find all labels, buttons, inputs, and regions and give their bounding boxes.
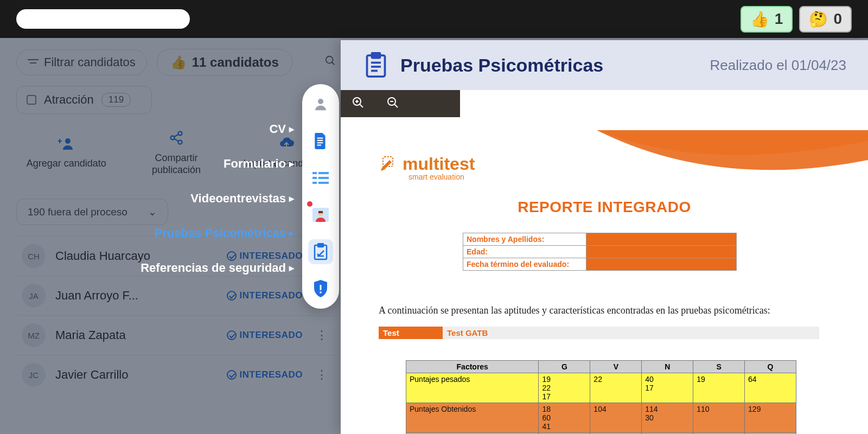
chevron-right-icon: ▸ (289, 262, 294, 274)
svg-rect-20 (318, 182, 329, 184)
pencil-icon (379, 155, 398, 174)
thumbs-up-icon: 👍 (750, 10, 769, 28)
svg-rect-12 (317, 140, 323, 141)
vmenu-labels: CV▸ Formulario▸ Videoentrevistas▸ Prueba… (125, 122, 294, 275)
gatb-table: Factores G V N S Q Puntajes pesados19 22… (406, 360, 796, 434)
chevron-right-icon: ▸ (289, 193, 294, 205)
svg-rect-13 (317, 142, 323, 143)
svg-rect-17 (312, 177, 317, 179)
report-heading: REPORTE INTEGRADO (341, 199, 868, 216)
vmenu-item-formulario[interactable]: Formulario▸ (125, 157, 294, 171)
svg-rect-18 (318, 177, 329, 179)
document-icon[interactable] (308, 129, 333, 154)
test-row: Test Test GATB (379, 327, 819, 339)
report-header: Pruebas Psicométricas Realizado el 01/04… (341, 40, 868, 90)
logo: multitest smart evaluation (379, 154, 475, 174)
vmenu-item-referencias[interactable]: Referencias de seguridad▸ (125, 261, 294, 275)
top-right: 👍 1 🤔 0 (741, 6, 852, 33)
vmenu (302, 84, 339, 309)
clipboard-check-icon[interactable] (308, 239, 333, 264)
form-icon[interactable] (308, 165, 333, 190)
clipboard-icon (362, 52, 390, 79)
vmenu-item-psicometricas[interactable]: Pruebas Psicométricas▸ (125, 226, 294, 240)
info-table: Nombres y Apellidos: Edad: Fecha término… (463, 233, 737, 271)
person-icon[interactable] (308, 92, 333, 117)
top-bar: 👍 1 🤔 0 (0, 0, 868, 38)
svg-rect-30 (372, 53, 380, 58)
report-title: Pruebas Psicométricas (400, 55, 603, 76)
chevron-right-icon: ▸ (289, 123, 294, 135)
zoom-out-icon[interactable] (386, 96, 399, 111)
svg-point-28 (320, 291, 322, 293)
svg-rect-15 (312, 172, 317, 174)
svg-line-39 (394, 104, 398, 107)
svg-rect-19 (312, 182, 317, 184)
vmenu-item-video[interactable]: Videoentrevistas▸ (125, 192, 294, 206)
search-pill[interactable] (16, 9, 190, 29)
decorative-swoosh (597, 130, 868, 239)
svg-point-10 (318, 99, 323, 104)
report-panel: Pruebas Psicométricas Realizado el 01/04… (341, 40, 868, 434)
pdf-toolbar (341, 90, 460, 117)
table-row: Puntajes Obtenidos18 60 41104114 3011012… (406, 403, 796, 433)
svg-rect-25 (318, 244, 323, 247)
video-person-icon[interactable] (308, 202, 333, 227)
shield-icon[interactable] (308, 276, 333, 301)
svg-rect-16 (318, 172, 329, 174)
thinking-count: 0 (833, 10, 842, 28)
table-row: Puntajes pesados19 22 172240 171964 (406, 373, 796, 403)
report-date: Realizado el 01/04/23 (710, 57, 846, 74)
thumbs-up-chip[interactable]: 👍 1 (741, 6, 793, 33)
thinking-icon: 🤔 (809, 10, 828, 28)
svg-rect-11 (317, 138, 323, 139)
chevron-right-icon: ▸ (289, 227, 294, 239)
intro-text: A continuación se presentan las aptitude… (379, 305, 819, 316)
svg-rect-23 (318, 211, 323, 213)
chevron-right-icon: ▸ (289, 158, 294, 170)
svg-line-35 (360, 104, 363, 107)
zoom-in-icon[interactable] (352, 96, 365, 111)
vmenu-item-cv[interactable]: CV▸ (125, 122, 294, 136)
thinking-chip[interactable]: 🤔 0 (799, 6, 852, 33)
thumbs-up-count: 1 (775, 10, 783, 28)
svg-rect-14 (317, 144, 322, 145)
svg-rect-27 (320, 285, 322, 290)
